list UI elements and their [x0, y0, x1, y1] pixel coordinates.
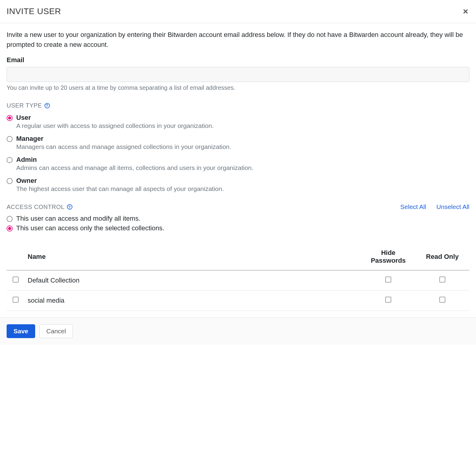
user-type-desc: A regular user with access to assigned c… — [16, 122, 469, 129]
invite-user-modal: INVITE USER × Invite a new user to your … — [0, 0, 476, 345]
collection-name: social media — [25, 291, 361, 311]
modal-footer: Save Cancel — [0, 317, 476, 345]
table-row: social media — [7, 291, 469, 311]
radio-icon[interactable] — [7, 136, 13, 142]
collection-name: Default Collection — [25, 270, 361, 291]
user-type-option-owner[interactable]: Owner The highest access user that can m… — [7, 177, 469, 192]
user-type-title: Admin — [16, 156, 469, 164]
user-type-option-user[interactable]: User A regular user with access to assig… — [7, 114, 469, 129]
help-icon[interactable]: ? — [67, 204, 72, 210]
user-type-option-admin[interactable]: Admin Admins can access and manage all i… — [7, 156, 469, 171]
access-control-header-row: ACCESS CONTROL ? Select All Unselect All — [7, 203, 469, 210]
user-type-desc: Admins can access and manage all items, … — [16, 164, 469, 171]
access-control-heading-text: ACCESS CONTROL — [7, 204, 65, 210]
read-only-checkbox[interactable] — [439, 277, 445, 283]
radio-icon[interactable] — [7, 157, 13, 163]
radio-icon[interactable] — [7, 178, 13, 184]
intro-text: Invite a new user to your organization b… — [7, 30, 469, 50]
col-header-read-only: Read Only — [415, 244, 469, 270]
col-header-hide-passwords: Hide Passwords — [361, 244, 415, 270]
access-option-selected[interactable]: This user can access only the selected c… — [7, 224, 469, 232]
row-select-checkbox[interactable] — [13, 297, 19, 303]
user-type-heading-text: USER TYPE — [7, 102, 42, 109]
radio-icon[interactable] — [7, 115, 13, 121]
unselect-all-link[interactable]: Unselect All — [436, 203, 469, 210]
hide-passwords-checkbox[interactable] — [385, 277, 391, 283]
radio-icon[interactable] — [7, 225, 13, 232]
radio-icon[interactable] — [7, 216, 13, 222]
help-icon[interactable]: ? — [44, 103, 50, 108]
user-type-desc: The highest access user that can manage … — [16, 185, 469, 192]
table-row: Default Collection — [7, 270, 469, 291]
email-input[interactable] — [7, 67, 469, 82]
access-control-heading: ACCESS CONTROL ? — [7, 204, 72, 210]
save-button[interactable]: Save — [7, 324, 35, 338]
user-type-title: User — [16, 114, 469, 122]
user-type-title: Manager — [16, 135, 469, 143]
access-option-label: This user can access and modify all item… — [16, 215, 140, 222]
modal-title: INVITE USER — [7, 7, 61, 16]
user-type-option-manager[interactable]: Manager Managers can access and manage a… — [7, 135, 469, 150]
col-header-select — [7, 244, 25, 270]
row-select-checkbox[interactable] — [13, 277, 19, 283]
modal-body: Invite a new user to your organization b… — [0, 23, 476, 317]
cancel-button[interactable]: Cancel — [39, 324, 73, 338]
close-icon[interactable]: × — [462, 7, 469, 16]
hide-passwords-checkbox[interactable] — [385, 297, 391, 303]
user-type-title: Owner — [16, 177, 469, 185]
read-only-checkbox[interactable] — [439, 297, 445, 303]
user-type-desc: Managers can access and manage assigned … — [16, 143, 469, 150]
modal-header: INVITE USER × — [0, 0, 476, 23]
access-option-all[interactable]: This user can access and modify all item… — [7, 215, 469, 222]
access-option-label: This user can access only the selected c… — [16, 224, 164, 232]
col-header-name: Name — [25, 244, 361, 270]
collections-table: Name Hide Passwords Read Only Default Co… — [7, 244, 469, 311]
select-all-link[interactable]: Select All — [400, 203, 426, 210]
email-label: Email — [7, 56, 469, 64]
email-hint: You can invite up to 20 users at a time … — [7, 84, 469, 91]
user-type-heading: USER TYPE ? — [7, 102, 469, 109]
